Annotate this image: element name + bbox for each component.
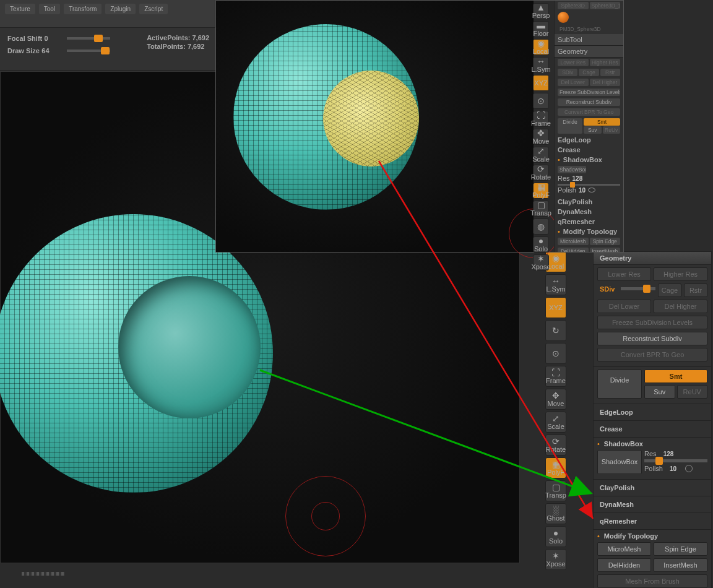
inset-reconstruct-subdiv[interactable]: Reconstruct Subdiv (558, 98, 620, 106)
crease-header[interactable]: Crease (597, 423, 707, 435)
del-higher-button[interactable]: Del Higher (654, 300, 707, 313)
inset-edgeloop[interactable]: EdgeLoop (558, 136, 591, 144)
inset-subtool-header[interactable]: SubTool (555, 34, 623, 46)
inset-thumb-1[interactable]: Sphere3D_1 (590, 2, 621, 9)
res-slider[interactable] (644, 459, 707, 462)
menu-item-texture[interactable]: Texture (5, 4, 35, 14)
freeze-subdiv-button[interactable]: Freeze SubDivision Levels (597, 316, 707, 329)
focal-shift-slider[interactable] (67, 37, 110, 40)
inset-smt-button[interactable]: Smt (584, 118, 620, 126)
tool-xpose-button[interactable]: ✶Xpose (533, 254, 549, 270)
reuv-button[interactable]: ReUV (677, 385, 708, 399)
insertmesh-button[interactable]: InsertMesh (654, 558, 707, 572)
tool-xyz-button[interactable]: XYZ (533, 75, 549, 91)
tool-solo-button[interactable]: ●Solo (545, 526, 566, 547)
dynamesh-header[interactable]: DynaMesh (597, 499, 707, 510)
menu-item-zscript[interactable]: Zscript (139, 4, 168, 14)
tool-polyf-button[interactable]: ▦PolyF (533, 183, 549, 199)
cage-button[interactable]: Cage (658, 283, 681, 297)
inset-lower-res[interactable]: Lower Res (558, 59, 589, 66)
rstr-button[interactable]: Rstr (684, 283, 707, 297)
delhidden-button[interactable]: DelHidden (597, 558, 651, 572)
sdiv-slider[interactable] (621, 287, 655, 290)
inset-dynamesh[interactable]: DynaMesh (558, 208, 592, 215)
tool-local-button[interactable]: ◉Local (533, 39, 549, 55)
inset-spin-edge[interactable]: Spin Edge (590, 238, 621, 245)
inset-delhidden[interactable]: DelHidden (558, 248, 589, 252)
inset-polish-ring-icon[interactable] (588, 188, 595, 192)
smt-button[interactable]: Smt (644, 370, 707, 383)
draw-size-slider[interactable] (67, 50, 110, 52)
tool-cycle-button[interactable]: ↻ (545, 320, 566, 341)
inset-sdiv[interactable]: SDiv (558, 69, 577, 76)
tool-xpose-button[interactable]: ✶Xpose (545, 549, 566, 570)
tool-scale-button[interactable]: ⤢Scale (545, 412, 566, 433)
inset-divide-button[interactable]: Divide (558, 118, 582, 134)
inset-suv-button[interactable]: Suv (584, 126, 602, 134)
tool-polyf-button[interactable]: ▦PolyF (545, 457, 566, 478)
tool-floor-button[interactable]: ▬Floor (533, 21, 549, 37)
spin-edge-button[interactable]: Spin Edge (654, 542, 707, 556)
inset-geometry-header[interactable]: Geometry (555, 46, 623, 58)
mesh-from-brush-button[interactable]: Mesh From Brush (597, 574, 707, 588)
reconstruct-subdiv-button[interactable]: Reconstruct Subdiv (597, 332, 707, 345)
inset-micromesh[interactable]: MicroMesh (558, 238, 589, 245)
inset-thumb-0[interactable]: Sphere3D (558, 2, 589, 9)
lower-res-button[interactable]: Lower Res (597, 267, 651, 281)
inset-del-lower[interactable]: Del Lower (558, 79, 589, 86)
menu-item-zplugin[interactable]: Zplugin (105, 4, 136, 14)
shadowbox-button[interactable]: ShadowBox (597, 450, 642, 474)
tool-transp-button[interactable]: ▢Transp (545, 480, 566, 501)
inset-crease[interactable]: Crease (558, 146, 581, 153)
tool-frame-button[interactable]: ⛶Frame (545, 366, 566, 387)
tool-persp-button[interactable]: ▲Persp (533, 3, 549, 19)
menu-item-tool[interactable]: Tool (39, 4, 60, 14)
modify-topology-header[interactable]: Modify Topology (602, 530, 660, 542)
tool-transp-button[interactable]: ▢Transp (533, 201, 549, 217)
tool-lsym-button[interactable]: ↔L.Sym (545, 274, 566, 295)
inset-modify-topology-header[interactable]: Modify Topology (563, 228, 617, 235)
inset-higher-res[interactable]: Higher Res (590, 59, 621, 66)
tool-frame-button[interactable]: ⛶Frame (533, 111, 549, 127)
micromesh-button[interactable]: MicroMesh (597, 542, 651, 556)
tool-ghost-button[interactable]: ░Ghost (545, 503, 566, 524)
shadowbox-header[interactable]: ShadowBox (602, 438, 646, 449)
menu-item-transform[interactable]: Transform (64, 4, 102, 14)
inset-shadowbox-button[interactable]: ShadowBox (558, 166, 586, 173)
polish-ring-icon[interactable] (685, 465, 693, 472)
tool-scale-button[interactable]: ⤢Scale (533, 147, 549, 163)
tool-dot-button[interactable]: ⊙ (533, 93, 549, 109)
tool-xyz-button[interactable]: XYZ (545, 297, 566, 318)
tool-dot-button[interactable]: ⊙ (545, 343, 566, 364)
divide-button[interactable]: Divide (597, 370, 642, 399)
convert-bpr-button[interactable]: Convert BPR To Geo (597, 348, 707, 361)
suv-button[interactable]: Suv (644, 385, 675, 399)
tool-polyf-label: PolyF (532, 191, 550, 199)
geometry-panel-header[interactable]: Geometry (594, 252, 711, 264)
edgeloop-header[interactable]: EdgeLoop (597, 407, 707, 418)
qremesher-header[interactable]: qRemesher (597, 516, 707, 527)
inset-reuv-button[interactable]: ReUv (603, 126, 621, 134)
inset-cage[interactable]: Cage (579, 69, 598, 76)
inset-claypolish[interactable]: ClayPolish (558, 198, 592, 205)
tool-move-button[interactable]: ✥Move (533, 129, 549, 145)
inset-del-higher[interactable]: Del Higher (590, 79, 621, 86)
del-lower-button[interactable]: Del Lower (597, 300, 651, 313)
inset-rstr[interactable]: Rstr (600, 69, 620, 76)
inset-qremesher[interactable]: qRemesher (558, 218, 595, 225)
inset-shadowbox-header[interactable]: ShadowBox (563, 156, 602, 163)
tool-mat-button[interactable]: ◍ (533, 218, 549, 235)
inset-convert-bpr-to-geo[interactable]: Convert BPR To Geo (558, 108, 620, 116)
inset-polish-value: 10 (579, 187, 586, 194)
inset-insertmesh[interactable]: InsertMesh (590, 248, 621, 252)
higher-res-button[interactable]: Higher Res (654, 267, 707, 281)
footer-grip[interactable] (22, 572, 65, 576)
claypolish-header[interactable]: ClayPolish (597, 482, 707, 493)
inset-material-ball-icon[interactable] (558, 12, 569, 23)
tool-rotate-button[interactable]: ⟳Rotate (545, 435, 566, 456)
tool-lsym-button[interactable]: ↔L.Sym (533, 57, 549, 73)
tool-move-button[interactable]: ✥Move (545, 389, 566, 410)
tool-rotate-button[interactable]: ⟳Rotate (533, 165, 549, 181)
inset-freeze-subdivision-levels[interactable]: Freeze SubDivision Levels (558, 89, 620, 96)
tool-solo-button[interactable]: ●Solo (533, 236, 549, 253)
